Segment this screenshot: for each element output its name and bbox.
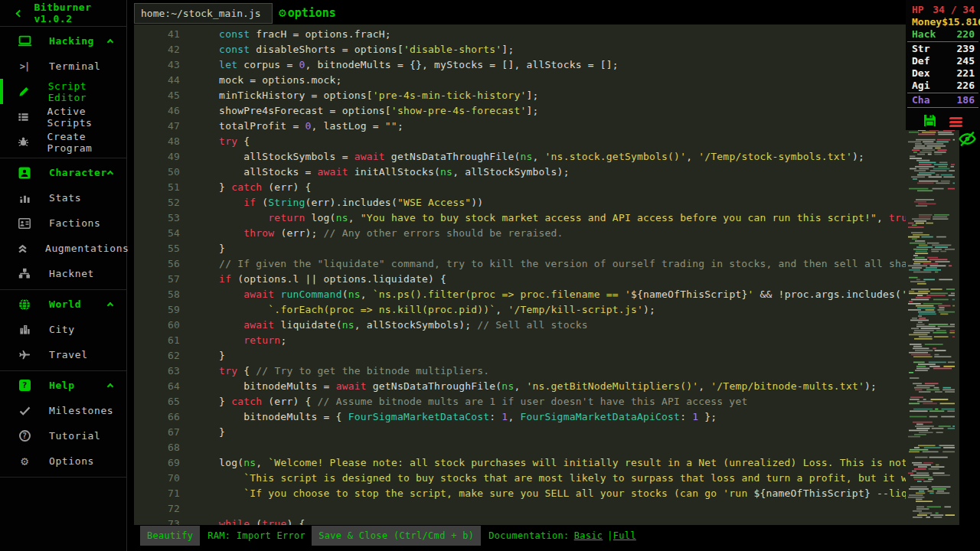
line-number: 47 [134,119,180,134]
code-line[interactable]: 69 log(ns, `Welcome! Please note: all st… [134,455,906,471]
sidebar-item-tutorial[interactable]: ?Tutorial [0,423,126,448]
code-line[interactable]: 60 await liquidate(ns, allStockSymbols);… [134,318,906,333]
code-line[interactable]: 55 } [134,241,906,256]
code-text: } catch (err) { // Assume bitnode mults … [194,394,747,409]
sidebar-item-terminal[interactable]: >|Terminal [0,54,126,79]
line-number: 71 [134,486,180,501]
code-line[interactable]: 68 [134,440,906,455]
code-line[interactable]: 53 return log(ns, "You have to buy stock… [134,210,906,226]
code-line[interactable]: 66 bitnodeMults = { FourSigmaMarketDataC… [134,409,906,425]
documentation-full-link[interactable]: Full [613,530,636,541]
stat-label: Str [912,43,929,55]
sidebar-section-header-world[interactable]: World [0,292,126,317]
code-line[interactable]: 52 if (String(err).includes("WSE Access"… [134,195,906,210]
code-line[interactable]: 46 showPre4sForecast = options['show-pre… [134,103,906,119]
sidebar-item-milestones[interactable]: Milestones [0,398,126,423]
code-line[interactable]: 43 let corpus = 0, bitnodeMults = {}, my… [134,57,906,73]
sidebar-section-header-hacking[interactable]: Hacking [0,28,126,54]
sidebar-item-label: City [49,324,75,335]
stat-label: Agi [912,80,929,92]
sidebar-item-active-scripts[interactable]: Active Scripts [0,104,126,129]
code-line[interactable]: 70 `This script is designed to buy stock… [134,471,906,486]
hide-overview-eye-icon[interactable] [958,130,977,151]
code-text: const fracH = options.fracH; [194,27,391,42]
code-text: } [194,241,225,256]
code-text: bitnodeMults = await getNsDataThroughFil… [194,379,877,394]
terminal-icon: >| [17,61,32,72]
line-number: 70 [134,471,180,486]
overview-stat-def: Def245 [906,55,980,67]
sidebar-item-label: Hacknet [49,268,94,279]
overview-separator [907,41,978,42]
line-number: 67 [134,425,180,440]
gear-icon: ⚙ [17,456,32,467]
sidebar-item-factions[interactable]: Factions [0,210,126,236]
code-line[interactable]: 57 if (options.l || options.liquidate) { [134,272,906,287]
overview-stat-money: Money$15.816b [906,16,980,28]
stat-label: HP [912,4,924,16]
chevron-up-icon [107,302,113,308]
code-line[interactable]: 58 await runCommand(ns, `ns.ps().filter(… [134,287,906,302]
code-text: while (true) { [194,517,305,525]
kill-scripts-icon[interactable] [949,116,962,129]
sidebar-section-hacking: Hacking>|TerminalScript EditorActive Scr… [0,27,126,158]
code-text: throw (err); // Any other errors should … [194,226,564,241]
sidebar-item-options[interactable]: ⚙Options [0,448,126,474]
sidebar-section-world: WorldCityTravel [0,290,126,371]
code-line[interactable]: 48 try { [134,134,906,149]
code-line[interactable]: 54 throw (err); // Any other errors shou… [134,226,906,241]
sidebar-item-augmentations[interactable]: Augmentations [0,236,126,261]
code-line[interactable]: 72 [134,501,906,517]
line-number: 61 [134,333,180,348]
line-number: 73 [134,517,180,525]
collapse-sidebar-icon[interactable] [15,9,23,17]
sidebar-header[interactable]: Bitburner v1.0.2 [0,0,126,27]
sidebar-item-stats[interactable]: Stats [0,185,126,210]
code-line[interactable]: 64 bitnodeMults = await getNsDataThrough… [134,379,906,394]
stat-label: Dex [912,67,929,80]
code-line[interactable]: 44 mock = options.mock; [134,73,906,88]
sidebar-item-script-editor[interactable]: Script Editor [0,79,126,104]
save-game-icon[interactable] [923,114,936,130]
code-line[interactable]: 67 } [134,425,906,440]
code-line[interactable]: 41 const fracH = options.fracH; [134,27,906,42]
code-line[interactable]: 49 allStockSymbols = await getNsDataThro… [134,149,906,165]
code-text: return log(ns, "You have to buy stock ma… [194,210,906,226]
sidebar-item-travel[interactable]: Travel [0,342,126,367]
save-close-button[interactable]: Save & Close (Ctrl/Cmd + b) [312,526,481,546]
code-line[interactable]: 71 `If you choose to stop the script, ma… [134,486,906,501]
tab-stock-main-js[interactable]: home:~/stock_main.js [134,3,273,24]
code-lines[interactable]: 41 const fracH = options.fracH;42 const … [134,27,906,525]
code-text: showPre4sForecast = options['show-pre-4s… [194,103,539,119]
stat-value: 34 / 34 [933,4,975,16]
code-line[interactable]: 63 try { // Try to get the bitnode multi… [134,364,906,379]
code-line[interactable]: 47 totalProfit = 0, lastLog = ""; [134,119,906,134]
code-line[interactable]: 62 } [134,348,906,364]
code-line[interactable]: 73 while (true) { [134,517,906,525]
line-number: 41 [134,27,180,42]
code-line[interactable]: 51 } catch (err) { [134,180,906,195]
chevron-up-icon [107,171,113,177]
code-text: } catch (err) { [194,180,312,195]
sidebar-section-header-character[interactable]: Character [0,160,126,185]
code-line[interactable]: 45 minTickHistory = options['pre-4s-min-… [134,88,906,103]
stats-icon [17,193,32,204]
sidebar-section-header-help[interactable]: ?Help [0,373,126,398]
code-line[interactable]: 61 return; [134,333,906,348]
code-text: } [194,348,225,364]
code-line[interactable]: 42 const disableShorts = options['disabl… [134,42,906,57]
sidebar-item-label: Tutorial [49,430,100,442]
sidebar-item-hacknet[interactable]: Hacknet [0,261,126,286]
code-line[interactable]: 56 // If given the "liquidate" command, … [134,256,906,272]
code-editor[interactable]: 41 const fracH = options.fracH;42 const … [134,24,959,525]
factions-icon [17,218,32,229]
beautify-button[interactable]: Beautify [140,526,200,546]
editor-options-button[interactable]: ⚙options [279,5,336,20]
sidebar-item-city[interactable]: City [0,317,126,342]
sidebar-item-create-program[interactable]: Create Program [0,129,126,155]
code-line[interactable]: 59 `.forEach(proc => ns.kill(proc.pid))`… [134,302,906,318]
line-number: 66 [134,409,180,425]
code-line[interactable]: 50 allStocks = await initAllStocks(ns, a… [134,165,906,180]
documentation-basic-link[interactable]: Basic [574,530,603,541]
code-line[interactable]: 65 } catch (err) { // Assume bitnode mul… [134,394,906,409]
